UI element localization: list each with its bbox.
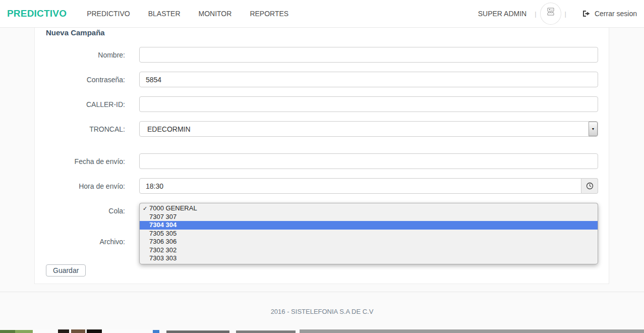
sliver-fragment xyxy=(166,330,229,333)
user-avatar[interactable] xyxy=(540,0,562,27)
dropdown-option[interactable]: 7306 306 xyxy=(140,238,598,246)
hora-envio-label: Hora de envío: xyxy=(35,182,139,190)
fecha-envio-input[interactable] xyxy=(139,153,598,169)
top-navbar: PREDICTIVO PREDICTIVO BLASTER MONITOR RE… xyxy=(0,0,644,28)
check-icon: ✓ xyxy=(143,204,147,213)
contrasena-input[interactable] xyxy=(139,72,598,87)
main-nav: PREDICTIVO BLASTER MONITOR REPORTES xyxy=(78,10,298,18)
page-title: Nueva Campaña xyxy=(35,28,609,37)
clock-icon xyxy=(586,182,594,190)
troncal-select[interactable]: EDECORMIN ▼ xyxy=(139,121,598,137)
separator: | xyxy=(565,10,566,18)
nombre-label: Nombre: xyxy=(35,51,139,59)
form-row-fecha-envio: Fecha de envío: xyxy=(35,153,609,169)
nombre-input[interactable] xyxy=(139,47,598,63)
sliver-fragment xyxy=(300,329,644,333)
select-dropdown-button[interactable]: ▼ xyxy=(589,122,598,136)
sliver-fragment xyxy=(71,329,85,333)
archivo-label: Archivo: xyxy=(35,238,139,246)
form-row-hora-envio: Hora de envío: xyxy=(35,178,609,194)
sliver-fragment xyxy=(153,330,159,333)
background-window-sliver xyxy=(0,329,644,333)
fecha-envio-label: Fecha de envío: xyxy=(35,157,139,165)
sliver-fragment xyxy=(58,329,69,333)
sliver-fragment xyxy=(236,330,296,333)
logout-label: Cerrar sesion xyxy=(595,10,637,18)
hora-envio-input[interactable] xyxy=(139,178,581,194)
troncal-label: TRONCAL: xyxy=(35,125,139,133)
brand-logo[interactable]: PREDICTIVO xyxy=(7,8,67,19)
cola-dropdown-list: ✓ 7000 GENERAL 7307 307 7304 304 7305 30… xyxy=(139,203,598,264)
sliver-fragment xyxy=(0,330,15,333)
dropdown-option-highlighted[interactable]: 7304 304 xyxy=(140,221,598,230)
form-row-caller-id: CALLER-ID: xyxy=(35,96,609,112)
footer-copyright: 2016 - SISTELEFONIA S.A DE C.V xyxy=(0,308,644,315)
dropdown-option[interactable]: ✓ 7000 GENERAL xyxy=(140,204,598,213)
sign-out-icon xyxy=(582,10,591,17)
chevron-down-icon: ▼ xyxy=(592,127,595,131)
nav-item-predictivo[interactable]: PREDICTIVO xyxy=(87,10,130,18)
time-picker-addon[interactable] xyxy=(581,178,598,194)
dropdown-option[interactable]: 7302 302 xyxy=(140,246,598,255)
dropdown-option[interactable]: 7303 303 xyxy=(140,254,598,263)
logged-in-user-label: SUPER ADMIN xyxy=(478,10,526,18)
dropdown-option[interactable]: 7307 307 xyxy=(140,213,598,221)
nav-item-blaster[interactable]: BLASTER xyxy=(148,10,181,18)
broken-image-icon xyxy=(546,7,556,17)
caller-id-input[interactable] xyxy=(139,96,598,112)
sliver-fragment xyxy=(87,329,102,333)
contrasena-label: Contraseña: xyxy=(35,76,139,84)
nav-item-monitor[interactable]: MONITOR xyxy=(199,10,232,18)
dropdown-option[interactable]: 7305 305 xyxy=(140,230,598,238)
caller-id-label: CALLER-ID: xyxy=(35,100,139,108)
logout-button[interactable]: Cerrar sesion xyxy=(582,10,637,18)
separator: | xyxy=(535,10,536,18)
nav-item-reportes[interactable]: REPORTES xyxy=(250,10,288,18)
navbar-right: SUPER ADMIN | | Cerrar sesion xyxy=(478,0,637,27)
sliver-fragment xyxy=(15,330,33,333)
troncal-selected-value: EDECORMIN xyxy=(147,125,191,133)
cola-label: Cola: xyxy=(35,207,139,215)
save-button[interactable]: Guardar xyxy=(46,264,86,276)
footer-divider xyxy=(0,292,644,292)
form-row-nombre: Nombre: xyxy=(35,47,609,63)
form-row-troncal: TRONCAL: EDECORMIN ▼ xyxy=(35,121,609,137)
form-row-contrasena: Contraseña: xyxy=(35,72,609,87)
